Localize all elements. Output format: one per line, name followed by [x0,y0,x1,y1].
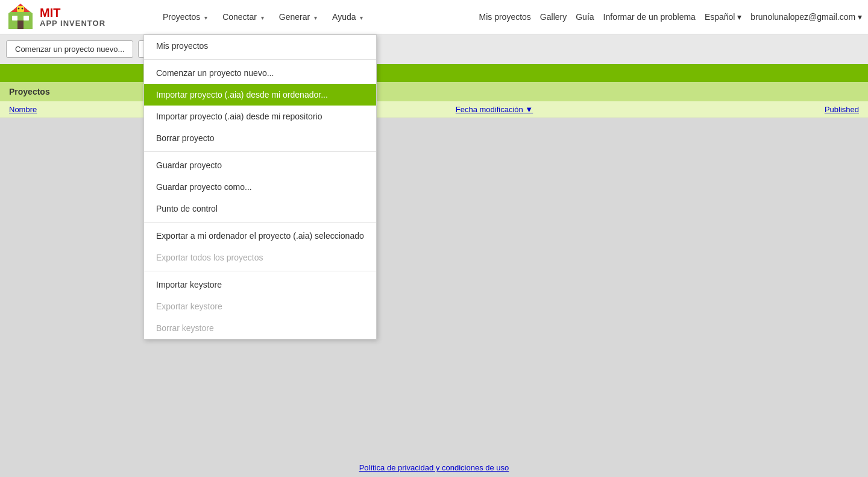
nav-menu-right: Mis proyectos Gallery Guía Informar de u… [479,12,862,22]
proyectos-dropdown-menu: Mis proyectos Comenzar un proyecto nuevo… [143,34,377,340]
footer-privacy-link[interactable]: Política de privacidad y condiciones de … [0,458,868,477]
menu-item-punto-de-control[interactable]: Punto de control [144,198,376,220]
nav-guia[interactable]: Guía [576,12,594,22]
dropdown-divider-3 [144,222,376,223]
action-bar: Comenzar un proyecto nuevo... Borrar pr.… [0,34,868,64]
dropdown-divider-4 [144,271,376,271]
logo-appinventor: APP INVENTOR [40,19,105,28]
menu-item-exportar-seleccionado[interactable]: Exportar a mi ordenador el proyecto (.ai… [144,225,376,247]
table-header: Nombre Fecha modificación ▼ Published [0,101,868,118]
espanol-arrow-icon: ▾ [737,12,741,22]
dropdown-divider-1 [144,59,376,60]
user-arrow-icon: ▾ [858,12,862,22]
app-inventor-logo-icon [6,2,35,31]
menu-item-borrar-proyecto[interactable]: Borrar proyecto [144,127,376,149]
svg-rect-5 [17,6,24,12]
svg-point-6 [18,8,20,10]
svg-rect-4 [24,16,29,21]
ayuda-arrow-icon: ▾ [360,14,363,21]
menu-item-borrar-keystore: Borrar keystore [144,317,376,339]
new-project-button[interactable]: Comenzar un proyecto nuevo... [6,40,133,58]
logo-mit: MIT [40,6,105,19]
menu-item-mis-proyectos[interactable]: Mis proyectos [144,35,376,57]
svg-rect-3 [12,16,17,21]
nav-espanol[interactable]: Español ▾ [705,12,741,22]
nav-user-email[interactable]: brunolunalopez@gmail.com ▾ [750,12,862,22]
svg-point-7 [22,8,24,10]
col-header-published[interactable]: Published [738,105,859,114]
menu-item-guardar-proyecto-como[interactable]: Guardar proyecto como... [144,176,376,198]
dropdown-divider-2 [144,151,376,152]
svg-rect-2 [17,21,24,29]
nav-menu-left: Proyectos ▾ Conectar ▾ Generar ▾ Ayuda ▾ [157,7,479,27]
nav-ayuda[interactable]: Ayuda ▾ [326,7,369,27]
nav-mis-proyectos[interactable]: Mis proyectos [479,12,530,22]
menu-item-exportar-todos: Exportar todos los proyectos [144,247,376,268]
conectar-arrow-icon: ▾ [261,14,264,21]
nav-conectar[interactable]: Conectar ▾ [216,7,270,27]
proyectos-arrow-icon: ▾ [204,14,207,21]
navbar: MIT APP INVENTOR Proyectos ▾ Conectar ▾ … [0,0,868,34]
menu-item-importar-keystore[interactable]: Importar keystore [144,274,376,295]
nav-informar[interactable]: Informar de un problema [603,12,696,22]
generar-arrow-icon: ▾ [314,14,317,21]
green-bar [0,64,868,82]
nav-proyectos[interactable]: Proyectos ▾ [157,7,213,27]
projects-header: Proyectos [0,82,868,101]
menu-item-importar-repositorio[interactable]: Importar proyecto (.aia) desde mi reposi… [144,106,376,127]
menu-item-importar-ordenador[interactable]: Importar proyecto (.aia) desde mi ordena… [144,84,376,106]
menu-item-exportar-keystore: Exportar keystore [144,295,376,317]
logo-area: MIT APP INVENTOR [6,2,145,31]
menu-item-comenzar-proyecto[interactable]: Comenzar un proyecto nuevo... [144,62,376,84]
main-content [0,118,868,420]
menu-item-guardar-proyecto[interactable]: Guardar proyecto [144,154,376,176]
nav-gallery[interactable]: Gallery [540,12,567,22]
nav-generar[interactable]: Generar ▾ [273,7,323,27]
logo-text: MIT APP INVENTOR [40,6,105,28]
